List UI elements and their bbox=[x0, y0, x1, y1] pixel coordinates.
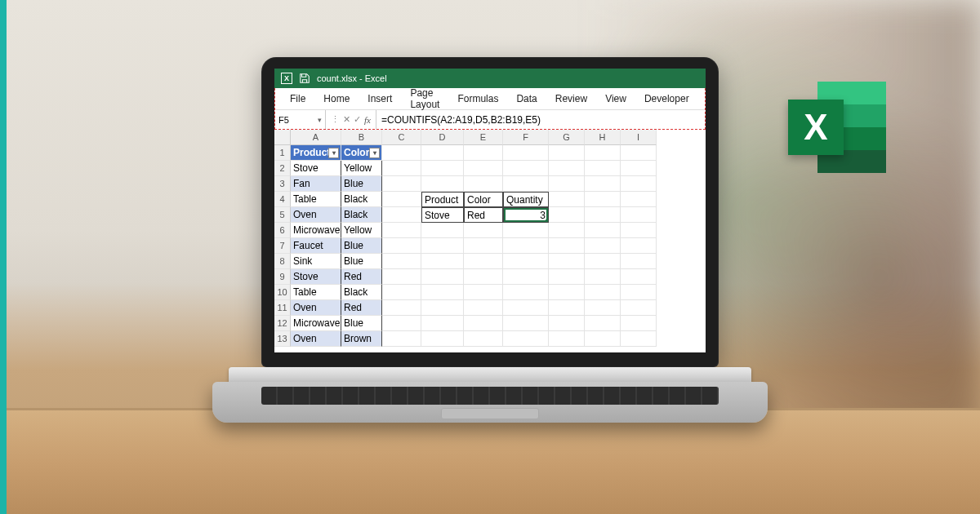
col-header[interactable]: E bbox=[464, 130, 503, 145]
tab-view[interactable]: View bbox=[597, 90, 635, 108]
cell[interactable] bbox=[382, 207, 421, 223]
cell[interactable] bbox=[464, 269, 503, 285]
cell[interactable] bbox=[382, 161, 421, 176]
cell[interactable]: Oven bbox=[291, 300, 341, 316]
tab-review[interactable]: Review bbox=[547, 90, 595, 108]
cancel-icon[interactable]: ✕ bbox=[343, 114, 350, 125]
vertical-dots-icon[interactable]: ⋮ bbox=[331, 114, 340, 125]
cell[interactable] bbox=[621, 254, 657, 269]
cell[interactable] bbox=[585, 145, 621, 161]
cell[interactable] bbox=[549, 285, 585, 300]
row-header[interactable]: 4 bbox=[274, 192, 291, 207]
spreadsheet-grid[interactable]: 1 2 3 4 5 6 7 8 9 10 11 12 13 A bbox=[274, 130, 706, 347]
col-header[interactable]: D bbox=[421, 130, 464, 145]
cell[interactable]: Yellow bbox=[341, 223, 382, 238]
cell[interactable] bbox=[464, 145, 503, 161]
cell[interactable] bbox=[621, 161, 657, 176]
cell[interactable] bbox=[549, 269, 585, 285]
cell[interactable] bbox=[421, 316, 464, 331]
cell[interactable] bbox=[503, 161, 549, 176]
cell[interactable] bbox=[549, 223, 585, 238]
cell[interactable] bbox=[464, 161, 503, 176]
tab-formulas[interactable]: Formulas bbox=[449, 90, 506, 108]
cell[interactable]: Yellow bbox=[341, 161, 382, 176]
table-header-color[interactable]: Color▾ bbox=[341, 145, 382, 161]
cell[interactable]: Table bbox=[291, 285, 341, 300]
cell[interactable] bbox=[549, 176, 585, 192]
cell[interactable] bbox=[421, 300, 464, 316]
cell[interactable] bbox=[503, 331, 549, 347]
cell[interactable] bbox=[549, 331, 585, 347]
cell[interactable] bbox=[464, 238, 503, 254]
tab-help[interactable]: Help bbox=[699, 90, 706, 108]
row-header[interactable]: 8 bbox=[274, 254, 291, 269]
row-header[interactable]: 12 bbox=[274, 316, 291, 331]
cell[interactable] bbox=[464, 300, 503, 316]
save-icon[interactable] bbox=[299, 73, 310, 84]
col-header[interactable]: B bbox=[341, 130, 382, 145]
cell[interactable]: Blue bbox=[341, 176, 382, 192]
cell[interactable] bbox=[621, 207, 657, 223]
cell[interactable] bbox=[421, 223, 464, 238]
cell[interactable] bbox=[585, 285, 621, 300]
cell[interactable] bbox=[464, 331, 503, 347]
cell[interactable] bbox=[503, 300, 549, 316]
cell[interactable] bbox=[382, 223, 421, 238]
filter-icon[interactable]: ▾ bbox=[369, 148, 380, 158]
cell[interactable]: Microwave bbox=[291, 223, 341, 238]
cell[interactable] bbox=[621, 269, 657, 285]
cell[interactable]: Black bbox=[341, 207, 382, 223]
cell[interactable]: Brown bbox=[341, 331, 382, 347]
cell[interactable] bbox=[382, 238, 421, 254]
cell[interactable] bbox=[421, 254, 464, 269]
col-header[interactable]: A bbox=[291, 130, 341, 145]
name-box[interactable]: F5 ▾ bbox=[275, 110, 326, 129]
table-header-product[interactable]: Product▾ bbox=[291, 145, 341, 161]
cell[interactable] bbox=[585, 192, 621, 207]
tab-file[interactable]: File bbox=[282, 90, 314, 108]
cell[interactable] bbox=[503, 269, 549, 285]
cell[interactable]: Oven bbox=[291, 331, 341, 347]
cell[interactable] bbox=[382, 269, 421, 285]
cell[interactable] bbox=[549, 207, 585, 223]
col-header[interactable]: C bbox=[382, 130, 421, 145]
cell[interactable]: Table bbox=[291, 192, 341, 207]
cell[interactable] bbox=[585, 207, 621, 223]
cell[interactable] bbox=[503, 285, 549, 300]
row-header[interactable]: 13 bbox=[274, 331, 291, 347]
cell[interactable] bbox=[503, 145, 549, 161]
col-header[interactable]: H bbox=[585, 130, 621, 145]
cell[interactable] bbox=[382, 176, 421, 192]
cell[interactable] bbox=[585, 300, 621, 316]
cell[interactable]: Color bbox=[464, 192, 503, 207]
cell[interactable]: Blue bbox=[341, 254, 382, 269]
cell[interactable] bbox=[549, 145, 585, 161]
cell[interactable]: Fan bbox=[291, 176, 341, 192]
cell[interactable] bbox=[621, 285, 657, 300]
cell[interactable]: Red bbox=[341, 269, 382, 285]
cell[interactable] bbox=[585, 161, 621, 176]
cell[interactable]: Quantity bbox=[503, 192, 549, 207]
cell[interactable] bbox=[585, 254, 621, 269]
cell[interactable]: Black bbox=[341, 285, 382, 300]
cell[interactable] bbox=[549, 300, 585, 316]
row-header[interactable]: 6 bbox=[274, 223, 291, 238]
cell[interactable] bbox=[382, 254, 421, 269]
tab-insert[interactable]: Insert bbox=[359, 90, 400, 108]
cell[interactable] bbox=[503, 238, 549, 254]
cell[interactable]: Red bbox=[464, 207, 503, 223]
tab-page-layout[interactable]: Page Layout bbox=[402, 84, 448, 113]
cell[interactable] bbox=[382, 316, 421, 331]
col-header[interactable]: F bbox=[503, 130, 549, 145]
cell[interactable] bbox=[421, 161, 464, 176]
cell[interactable]: Faucet bbox=[291, 238, 341, 254]
cell[interactable]: Sink bbox=[291, 254, 341, 269]
cell[interactable] bbox=[549, 316, 585, 331]
cell[interactable] bbox=[382, 192, 421, 207]
filter-icon[interactable]: ▾ bbox=[328, 148, 339, 158]
cell[interactable] bbox=[382, 145, 421, 161]
cell[interactable] bbox=[585, 223, 621, 238]
cell[interactable] bbox=[585, 269, 621, 285]
cell[interactable] bbox=[382, 285, 421, 300]
cell[interactable] bbox=[503, 316, 549, 331]
